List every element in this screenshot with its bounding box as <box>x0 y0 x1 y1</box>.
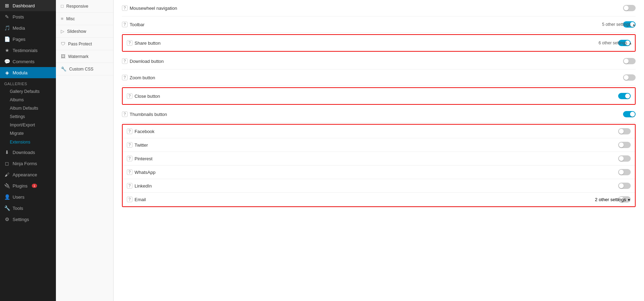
toggle-track-download[interactable] <box>623 58 636 64</box>
downloads-icon: ⬇ <box>4 149 10 155</box>
help-whatsapp[interactable]: ? <box>127 169 132 175</box>
help-linkedin[interactable]: ? <box>127 183 132 189</box>
sidebar-item-tools[interactable]: 🔧 Tools <box>0 203 56 214</box>
sub-sidebar-pass-protect[interactable]: 🛡 Pass Protect <box>56 38 113 50</box>
main-content: ? Mousewheel navigation ? Toolbar 5 ot <box>114 0 644 301</box>
label-thumbnails-button: Thumbnails button <box>130 112 167 117</box>
help-share-button[interactable]: ? <box>127 40 132 46</box>
other-settings-share[interactable]: 6 other settings <box>599 41 632 45</box>
sub-sidebar-responsive[interactable]: □ Responsive <box>56 0 113 13</box>
ninja-forms-icon: ◻ <box>4 161 10 166</box>
sidebar-item-users[interactable]: 👤 Users <box>0 191 56 203</box>
sub-sidebar-watermark[interactable]: 🖼 Watermark <box>56 50 113 63</box>
sidebar-item-comments[interactable]: 💬 Comments <box>0 56 56 67</box>
pass-protect-icon: 🛡 <box>61 41 65 46</box>
sidebar-item-modula[interactable]: ◈ Modula <box>0 67 56 78</box>
settings-container: ? Mousewheel navigation ? Toolbar 5 ot <box>114 0 644 207</box>
sidebar-sub-album-defaults[interactable]: Album Defaults <box>0 104 56 112</box>
share-sub-box: ? Facebook ? Twitter <box>122 124 636 207</box>
highlighted-share-button: ? Share button 6 other settings <box>122 34 636 52</box>
help-facebook[interactable]: ? <box>127 129 132 134</box>
sidebar-extensions-link[interactable]: Extensions <box>0 138 56 147</box>
toggle-thumb-close <box>625 94 630 98</box>
toggle-track-close[interactable] <box>618 93 631 99</box>
sidebar-item-plugins[interactable]: 🔌 Plugins 1 <box>0 180 56 191</box>
toggle-track-linkedin[interactable] <box>618 183 631 189</box>
toggle-whatsapp[interactable] <box>618 169 631 175</box>
help-twitter[interactable]: ? <box>127 142 132 148</box>
toggle-track-whatsapp[interactable] <box>618 169 631 175</box>
other-settings-share-sub[interactable]: 2 other settings <box>595 197 631 202</box>
comments-icon: 💬 <box>4 59 10 64</box>
toggle-facebook[interactable] <box>618 128 631 134</box>
row-mousewheel: ? Mousewheel navigation <box>122 0 636 16</box>
toggle-twitter[interactable] <box>618 142 631 148</box>
help-email[interactable]: ? <box>127 197 132 202</box>
toggle-track-twitter[interactable] <box>618 142 631 148</box>
help-thumbnails-button[interactable]: ? <box>122 111 128 117</box>
sub-sidebar-custom-css[interactable]: 🔧 Custom CSS <box>56 63 113 75</box>
sidebar-sub-settings[interactable]: Settings <box>0 112 56 121</box>
toggle-pinterest[interactable] <box>618 155 631 162</box>
toggle-track-facebook[interactable] <box>618 128 631 134</box>
help-download-button[interactable]: ? <box>122 58 128 64</box>
arrow-share <box>629 41 632 45</box>
toggle-thumb-linkedin <box>619 183 624 188</box>
toggle-track-mousewheel[interactable] <box>623 5 636 11</box>
row-share-button: ? Share button 6 other settings <box>123 35 635 51</box>
toggle-track-pinterest[interactable] <box>618 155 631 162</box>
row-toolbar: ? Toolbar 5 other settings <box>122 16 636 33</box>
custom-css-icon: 🔧 <box>61 66 66 72</box>
toggle-zoom-button[interactable] <box>623 74 636 81</box>
help-close-button[interactable]: ? <box>127 93 132 99</box>
sidebar-sub-gallery-defaults[interactable]: Gallery Defaults <box>0 87 56 96</box>
toggle-mousewheel[interactable] <box>623 5 636 11</box>
help-mousewheel[interactable]: ? <box>122 5 128 11</box>
sidebar-item-appearance[interactable]: 🖌 Appearance <box>0 169 56 180</box>
toggle-thumbnails-button[interactable] <box>623 111 636 117</box>
label-zoom-button: Zoom button <box>130 75 155 80</box>
sidebar-item-settings[interactable]: ⚙ Settings <box>0 214 56 225</box>
sidebar-sub-migrate[interactable]: Migrate <box>0 129 56 138</box>
slideshow-icon: ▷ <box>61 29 64 34</box>
toggle-close-button[interactable] <box>618 93 631 99</box>
row-whatsapp: ? WhatsApp <box>123 166 635 179</box>
sidebar-item-ninja-forms[interactable]: ◻ Ninja Forms <box>0 158 56 169</box>
testimonials-icon: ★ <box>4 47 10 53</box>
label-twitter: Twitter <box>135 142 148 148</box>
label-toolbar: Toolbar <box>130 22 145 27</box>
row-email: ? Email <box>123 193 635 206</box>
responsive-icon: □ <box>61 3 64 9</box>
label-facebook: Facebook <box>135 129 154 134</box>
tools-icon: 🔧 <box>4 205 10 211</box>
label-download-button: Download button <box>130 59 164 64</box>
help-toolbar[interactable]: ? <box>122 22 128 27</box>
dashboard-icon: ⊞ <box>4 3 10 8</box>
other-settings-toolbar[interactable]: 5 other settings <box>602 22 636 27</box>
help-zoom-button[interactable]: ? <box>122 75 128 80</box>
label-pinterest: Pinterest <box>135 156 152 161</box>
modula-icon: ◈ <box>4 70 10 75</box>
sidebar-item-media[interactable]: 🎵 Media <box>0 22 56 34</box>
toggle-track-zoom[interactable] <box>623 74 636 81</box>
sidebar-item-downloads[interactable]: ⬇ Downloads <box>0 147 56 158</box>
sidebar-item-pages[interactable]: 📄 Pages <box>0 34 56 45</box>
misc-icon: ≡ <box>61 16 64 21</box>
users-icon: 👤 <box>4 194 10 200</box>
sub-sidebar: □ Responsive ≡ Misc ▷ Slideshow 🛡 Pass P… <box>56 0 114 301</box>
sidebar-item-dashboard[interactable]: ⊞ Dashboard <box>0 0 56 11</box>
arrow-share-sub <box>627 197 631 202</box>
sidebar-item-testimonials[interactable]: ★ Testimonials <box>0 45 56 56</box>
row-linkedin: ? LinkedIn <box>123 179 635 193</box>
toggle-linkedin[interactable] <box>618 183 631 189</box>
toggle-track-thumbnails[interactable] <box>623 111 636 117</box>
sidebar-sub-albums[interactable]: Albums <box>0 96 56 104</box>
help-pinterest[interactable]: ? <box>127 156 132 161</box>
toggle-thumb-mousewheel <box>624 6 629 10</box>
toggle-download-button[interactable] <box>623 58 636 64</box>
toggle-thumb-whatsapp <box>619 170 624 175</box>
sub-sidebar-misc[interactable]: ≡ Misc <box>56 13 113 25</box>
sub-sidebar-slideshow[interactable]: ▷ Slideshow <box>56 25 113 38</box>
sidebar-item-posts[interactable]: ✎ Posts <box>0 11 56 22</box>
sidebar-sub-import-export[interactable]: Import/Export <box>0 121 56 129</box>
